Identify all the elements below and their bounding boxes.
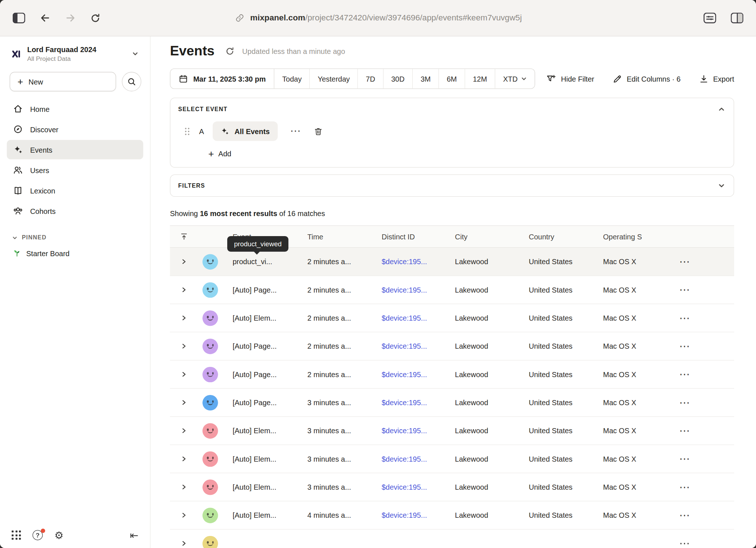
filters-title: FILTERS	[178, 182, 205, 189]
row-more-icon[interactable]: ⋯	[673, 510, 734, 520]
sidebar-item-label: Users	[30, 166, 49, 174]
table-row[interactable]: [Auto] Page... 2 minutes a... $device:19…	[170, 332, 734, 360]
table-row[interactable]: [Auto] Elem... 2 minutes a... $device:19…	[170, 304, 734, 332]
row-more-icon[interactable]: ⋯	[673, 313, 734, 323]
table-row[interactable]: [Auto] Page... 2 minutes a... $device:19…	[170, 276, 734, 304]
new-button[interactable]: + New	[10, 72, 116, 91]
date-picker-button[interactable]: Mar 11, 2025 3:30 pm	[170, 69, 275, 88]
apps-grid-icon[interactable]	[12, 531, 21, 540]
row-expand-chevron-icon[interactable]	[181, 315, 187, 321]
split-view-icon[interactable]	[731, 13, 744, 23]
row-expand-chevron-icon[interactable]	[181, 343, 187, 349]
row-expand-chevron-icon[interactable]	[181, 371, 187, 377]
table-row[interactable]: [Auto] Page... 3 minutes a... $device:19…	[170, 389, 734, 417]
row-more-icon[interactable]: ⋯	[673, 482, 734, 492]
sidebar-item-home[interactable]: Home	[7, 99, 143, 118]
row-expand-chevron-icon[interactable]	[181, 456, 187, 462]
collapse-sidebar-icon[interactable]: ⇤	[130, 530, 138, 540]
row-expand-chevron-icon[interactable]	[181, 484, 187, 490]
toolbar: Mar 11, 2025 3:30 pm Today Yesterday 7D …	[170, 68, 734, 89]
column-header-country[interactable]: Country	[524, 232, 598, 241]
add-event-button[interactable]: + Add	[208, 149, 231, 158]
range-30d[interactable]: 30D	[383, 69, 413, 88]
help-icon[interactable]: ?	[32, 530, 43, 540]
event-name: [Auto] Elem...	[233, 455, 276, 463]
table-row[interactable]: [Auto] Elem... 3 minutes a... $device:19…	[170, 417, 734, 445]
distinct-id-link[interactable]: $device:195...	[377, 455, 450, 463]
event-more-button[interactable]: ⋯	[290, 126, 301, 136]
pinned-section-header[interactable]: PINNED	[0, 234, 150, 241]
distinct-id-link[interactable]: $device:195...	[377, 398, 450, 407]
project-switcher[interactable]: Lord Farquaad 2024 All Project Data	[0, 36, 150, 66]
forward-icon[interactable]	[65, 13, 76, 23]
distinct-id-link[interactable]: $device:195...	[377, 483, 450, 491]
row-more-icon[interactable]: ⋯	[673, 538, 734, 548]
row-expand-chevron-icon[interactable]	[181, 287, 187, 293]
row-expand-chevron-icon[interactable]	[181, 540, 187, 547]
distinct-id-link[interactable]: $device:195...	[377, 370, 450, 379]
refresh-icon[interactable]	[225, 46, 234, 55]
row-more-icon[interactable]: ⋯	[673, 341, 734, 351]
distinct-id-link[interactable]: $device:195...	[377, 427, 450, 435]
edit-columns-button[interactable]: Edit Columns · 6	[613, 74, 680, 83]
range-12m[interactable]: 12M	[465, 69, 495, 88]
drag-handle-icon[interactable]	[185, 128, 189, 135]
events-table: product_viewed Event Time Distinct ID Ci…	[170, 226, 734, 548]
sidebar-item-discover[interactable]: Discover	[7, 120, 143, 139]
row-more-icon[interactable]: ⋯	[673, 369, 734, 380]
page-tools-icon[interactable]	[704, 13, 716, 23]
country-cell: United States	[524, 286, 598, 294]
hide-filter-button[interactable]: Hide Filter	[547, 74, 594, 84]
sidebar-item-cohorts[interactable]: Cohorts	[7, 201, 143, 220]
row-expand-chevron-icon[interactable]	[181, 512, 187, 518]
sidebar-item-lexicon[interactable]: Lexicon	[7, 181, 143, 200]
table-row[interactable]: [Auto] Elem... 4 minutes a... $device:19…	[170, 501, 734, 529]
settings-gear-icon[interactable]: ⚙	[54, 530, 63, 540]
row-expand-chevron-icon[interactable]	[181, 427, 187, 434]
collapse-section-chevron-up-icon[interactable]	[718, 106, 725, 113]
row-expand-chevron-icon[interactable]	[181, 399, 187, 406]
sidebar-item-events[interactable]: Events	[7, 140, 143, 159]
expand-all-icon[interactable]	[170, 233, 198, 240]
add-event-label: Add	[218, 149, 232, 158]
table-row[interactable]: [Auto] Elem... 3 minutes a... $device:19…	[170, 473, 734, 501]
row-more-icon[interactable]: ⋯	[673, 256, 734, 267]
search-button[interactable]	[122, 72, 141, 91]
row-avatar	[202, 282, 218, 298]
column-header-time[interactable]: Time	[303, 232, 377, 241]
export-button[interactable]: Export	[699, 74, 734, 83]
range-6m[interactable]: 6M	[439, 69, 465, 88]
range-today[interactable]: Today	[275, 69, 310, 88]
expand-section-chevron-down-icon[interactable]	[718, 182, 725, 189]
distinct-id-link[interactable]: $device:195...	[377, 511, 450, 520]
distinct-id-link[interactable]: $device:195...	[377, 286, 450, 294]
distinct-id-link[interactable]: $device:195...	[377, 258, 450, 266]
range-3m[interactable]: 3M	[413, 69, 439, 88]
row-more-icon[interactable]: ⋯	[673, 454, 734, 464]
pinned-item-starter-board[interactable]: Starter Board	[0, 249, 150, 258]
cohorts-icon	[13, 206, 23, 216]
row-more-icon[interactable]: ⋯	[673, 285, 734, 295]
table-row[interactable]: [Auto] Elem... 3 minutes a... $device:19…	[170, 445, 734, 473]
event-selector-chip[interactable]: All Events	[213, 121, 277, 141]
table-row[interactable]: [Auto] Page... 2 minutes a... $device:19…	[170, 360, 734, 388]
range-7d[interactable]: 7D	[358, 69, 383, 88]
url-bar[interactable]: mixpanel.com/project/3472420/view/397469…	[234, 13, 522, 23]
column-header-distinct-id[interactable]: Distinct ID	[377, 232, 450, 241]
row-more-icon[interactable]: ⋯	[673, 425, 734, 436]
filter-plus-icon	[547, 74, 556, 84]
range-xtd[interactable]: XTD	[495, 69, 535, 88]
column-header-os[interactable]: Operating S	[598, 232, 673, 241]
range-yesterday[interactable]: Yesterday	[310, 69, 358, 88]
sidebar-item-users[interactable]: Users	[7, 160, 143, 180]
sidebar-toggle-icon[interactable]	[13, 13, 25, 23]
column-header-city[interactable]: City	[450, 232, 524, 241]
distinct-id-link[interactable]: $device:195...	[377, 314, 450, 322]
back-icon[interactable]	[40, 13, 50, 23]
row-more-icon[interactable]: ⋯	[673, 397, 734, 408]
reload-icon[interactable]	[90, 13, 101, 23]
table-row[interactable]: ⋯	[170, 529, 734, 548]
trash-icon[interactable]	[314, 126, 323, 136]
distinct-id-link[interactable]: $device:195...	[377, 342, 450, 351]
row-expand-chevron-icon[interactable]	[181, 258, 187, 265]
